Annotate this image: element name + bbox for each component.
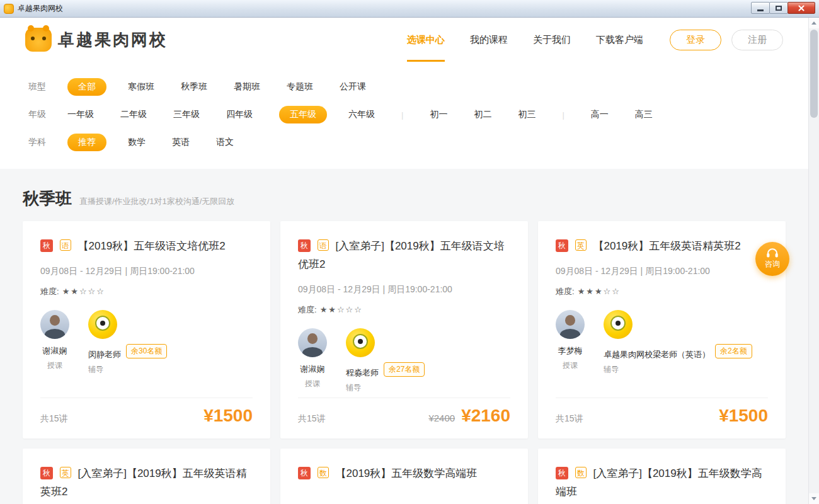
logo-mascot-icon: [25, 28, 52, 52]
course-card[interactable]: 秋 数 [入室弟子]【2019秋】五年级数学高端班: [538, 449, 786, 504]
close-button[interactable]: [788, 2, 815, 14]
logo-text: 卓越果肉网校: [58, 29, 168, 51]
scroll-up-icon: [811, 21, 816, 25]
scroll-down-icon: [811, 497, 816, 500]
nav-course-center[interactable]: 选课中心: [407, 18, 445, 62]
course-difficulty: 难度: ★★☆☆☆: [298, 304, 510, 316]
subject-badge: 语: [60, 239, 71, 251]
teacher-name: 谢淑娴: [43, 345, 67, 357]
window-titlebar: 卓越果肉网校: [0, 0, 819, 18]
filter-divider: |: [401, 110, 403, 120]
tutor-name-row: 闵静老师 余30名额: [88, 343, 167, 360]
login-button[interactable]: 登录: [670, 30, 721, 50]
filter-option-junior3[interactable]: 初三: [518, 106, 536, 123]
filter-option-math[interactable]: 数学: [128, 134, 146, 151]
tutor-name-row: 卓越果肉网校梁老师（英语） 余2名额: [604, 343, 752, 360]
course-card[interactable]: 秋 语 【2019秋】五年级语文培优班2 09月08日 - 12月29日 | 周…: [23, 221, 270, 438]
course-title-text: 【2019秋】五年级语文培优班2: [77, 240, 225, 252]
subject-badge: 英: [575, 239, 587, 251]
scroll-up-button[interactable]: [809, 18, 819, 28]
teacher-role: 授课: [47, 360, 62, 371]
course-title-text: 【2019秋】五年级英语精英班2: [593, 240, 740, 252]
price: ¥2160: [461, 406, 510, 426]
card-footer: 共15讲 ¥1500: [40, 398, 253, 426]
course-list-section: 秋季班 直播授课/作业批改/1对1家校沟通/无限回放 秋 语 【2019秋】五年…: [0, 188, 808, 504]
close-icon: [798, 4, 805, 12]
course-title: 秋 语 【2019秋】五年级语文培优班2: [40, 238, 253, 256]
teacher-name: 李梦梅: [558, 345, 583, 357]
teacher-avatar: [556, 310, 585, 339]
filter-option-senior1[interactable]: 高一: [591, 106, 609, 123]
course-card[interactable]: 秋 英 【2019秋】五年级英语精英班2 09月08日 - 12月29日 | 周…: [538, 221, 786, 438]
filter-label: 年级: [28, 109, 67, 120]
section-head: 秋季班 直播授课/作业批改/1对1家校沟通/无限回放: [23, 188, 786, 210]
filter-option-grade3[interactable]: 三年级: [173, 106, 200, 123]
tutor-role: 辅导: [88, 364, 103, 375]
vertical-scrollbar: [808, 18, 819, 504]
auth-buttons: 登录 注册: [670, 30, 783, 50]
filter-option-grade1[interactable]: 一年级: [67, 106, 94, 123]
course-schedule: 09月08日 - 12月29日 | 周日19:00-21:00: [298, 284, 510, 295]
scrollbar-thumb[interactable]: [810, 30, 818, 118]
filter-option-grade6[interactable]: 六年级: [348, 106, 375, 123]
course-schedule: 09月08日 - 12月29日 | 周日19:00-21:00: [556, 266, 768, 277]
nav-my-courses[interactable]: 我的课程: [470, 18, 508, 62]
filter-option-chinese[interactable]: 语文: [216, 134, 234, 151]
lesson-count: 共15讲: [556, 413, 583, 425]
quota-badge: 余27名额: [384, 362, 425, 377]
filter-row-grade: 年级 一年级 二年级 三年级 四年级 五年级 六年级 | 初一 初二 初三 | …: [28, 106, 808, 123]
quota-badge: 余30名额: [126, 344, 167, 358]
subject-badge: 语: [318, 239, 329, 251]
course-card[interactable]: 秋 数 【2019秋】五年级数学高端班: [280, 449, 528, 504]
course-title: 秋 语 [入室弟子]【2019秋】五年级语文培优班2: [298, 238, 510, 274]
scroll-down-button[interactable]: [809, 493, 819, 504]
subject-badge: 英: [60, 467, 71, 478]
register-button[interactable]: 注册: [731, 30, 783, 50]
filter-option-open[interactable]: 公开课: [340, 78, 366, 96]
maximize-button[interactable]: [769, 2, 788, 14]
course-card-grid: 秋 语 【2019秋】五年级语文培优班2 09月08日 - 12月29日 | 周…: [23, 221, 786, 504]
difficulty-stars: ★★☆☆☆: [320, 305, 363, 314]
nav-download-client[interactable]: 下载客户端: [596, 18, 643, 62]
card-footer: 共15讲 ¥2400 ¥2160: [298, 398, 510, 426]
filter-divider: |: [562, 110, 564, 120]
filter-option-all[interactable]: 全部: [67, 78, 106, 96]
tutor-name: 闵静老师: [88, 349, 121, 360]
price-box: ¥1500: [203, 406, 253, 426]
lesson-count: 共15讲: [298, 413, 326, 425]
course-title-text: [入室弟子]【2019秋】五年级语文培优班2: [298, 240, 505, 270]
site-header: 卓越果肉网校 选课中心 我的课程 关于我们 下载客户端 登录 注册: [0, 18, 808, 62]
course-title: 秋 英 【2019秋】五年级英语精英班2: [556, 238, 768, 256]
filter-option-recommended[interactable]: 推荐: [67, 134, 106, 151]
tutor-name: 程淼老师: [346, 367, 379, 379]
filter-option-winter[interactable]: 寒假班: [128, 78, 154, 96]
logo[interactable]: 卓越果肉网校: [25, 28, 168, 52]
filter-option-grade5[interactable]: 五年级: [279, 106, 327, 123]
difficulty-label: 难度:: [298, 304, 317, 316]
consult-button[interactable]: 咨询: [755, 242, 789, 276]
filter-option-english[interactable]: 英语: [172, 134, 190, 151]
filter-option-junior2[interactable]: 初二: [474, 106, 491, 123]
teacher-role: 授课: [305, 379, 320, 389]
tutor-name-row: 程淼老师 余27名额: [346, 361, 425, 379]
filter-option-grade2[interactable]: 二年级: [120, 106, 147, 123]
mascot-eyes-icon: [31, 37, 35, 40]
tutor-avatar: [604, 310, 633, 339]
course-card[interactable]: 秋 英 [入室弟子]【2019秋】五年级英语精英班2: [23, 449, 270, 504]
course-title: 秋 数 [入室弟子]【2019秋】五年级数学高端班: [556, 465, 768, 501]
tutor-block: 卓越果肉网校梁老师（英语） 余2名额 辅导: [604, 310, 752, 375]
nav-about-us[interactable]: 关于我们: [533, 18, 571, 62]
filter-option-junior1[interactable]: 初一: [430, 106, 447, 123]
tutor-avatar: [346, 328, 375, 357]
difficulty-stars: ★★☆☆☆: [62, 287, 105, 296]
filter-option-summer[interactable]: 暑期班: [234, 78, 260, 96]
teacher-name: 谢淑娴: [301, 364, 325, 375]
filter-option-senior3[interactable]: 高三: [635, 106, 653, 123]
filter-option-grade4[interactable]: 四年级: [226, 106, 253, 123]
filter-option-autumn[interactable]: 秋季班: [181, 78, 207, 96]
course-title: 秋 数 【2019秋】五年级数学高端班: [298, 465, 510, 483]
filter-option-special[interactable]: 专题班: [287, 78, 313, 96]
course-card[interactable]: 秋 语 [入室弟子]【2019秋】五年级语文培优班2 09月08日 - 12月2…: [280, 221, 528, 438]
minimize-button[interactable]: [751, 2, 770, 14]
teachers-row: 谢淑娴 授课 闵静老师 余30名额 辅导: [40, 310, 253, 375]
